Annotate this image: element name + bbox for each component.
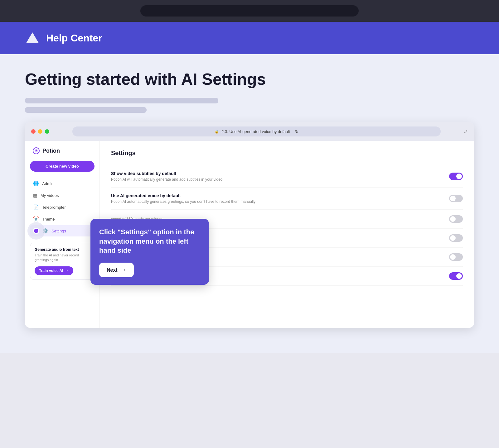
next-button[interactable]: Next → bbox=[99, 263, 134, 277]
setting-info-ai-voice: Use AI generated voice by default Potion… bbox=[111, 193, 255, 204]
setting-desc-ai-voice: Potion AI automatically generates greeti… bbox=[111, 199, 255, 204]
train-voice-ai-button[interactable]: Train voice AI → bbox=[35, 266, 73, 275]
svg-marker-0 bbox=[26, 32, 39, 43]
setting-desc-subtitles: Potion AI will automatically generate an… bbox=[111, 177, 223, 182]
sidebar-generate-audio-card: Generate audio from text Train the AI an… bbox=[30, 243, 94, 280]
main-content: Getting started with AI Settings 🔒 2.3. … bbox=[0, 54, 499, 353]
lock-icon: 🔒 bbox=[215, 130, 219, 134]
browser-chrome: 🔒 2.3. Use AI generated voice by default… bbox=[25, 122, 474, 141]
tooltip-popup: Click "Settings" option in the navigatio… bbox=[90, 219, 209, 285]
sidebar-item-teleprompter[interactable]: 📄 Teleprompter bbox=[30, 202, 94, 213]
skeleton-bar-medium bbox=[25, 107, 147, 113]
toggle-subtitles[interactable] bbox=[449, 173, 463, 180]
my-videos-icon: ▦ bbox=[33, 193, 37, 198]
toggle-knob-ai-voice bbox=[450, 196, 456, 201]
toggle-knob-countdown bbox=[456, 273, 462, 279]
toggle-distance[interactable] bbox=[449, 234, 463, 242]
toggle-speed[interactable] bbox=[449, 215, 463, 223]
spotlight-circle bbox=[27, 222, 45, 240]
toggle-knob-extra bbox=[450, 254, 456, 260]
sidebar-logo: Potion bbox=[30, 147, 94, 155]
setting-label-subtitles: Show video subtitles by default bbox=[111, 171, 223, 176]
sidebar-item-my-videos-label: My videos bbox=[41, 193, 59, 198]
sidebar-logo-text: Potion bbox=[42, 148, 60, 154]
teleprompter-icon: 📄 bbox=[33, 204, 39, 210]
toggle-extra[interactable] bbox=[449, 253, 463, 261]
sidebar: Potion Create new video 🌐 Admin ▦ My vid… bbox=[25, 141, 100, 328]
admin-icon: 🌐 bbox=[33, 181, 39, 186]
toggle-knob-subtitles bbox=[456, 174, 462, 179]
skeleton-bar-long bbox=[25, 98, 218, 103]
sidebar-item-theme-label: Theme bbox=[42, 217, 55, 222]
traffic-light-red[interactable] bbox=[31, 129, 36, 134]
toggle-countdown[interactable] bbox=[449, 272, 463, 280]
sidebar-card-desc: Train the AI and never record greetings … bbox=[35, 253, 90, 263]
browser-url-bar: 🔒 2.3. Use AI generated voice by default… bbox=[72, 126, 441, 136]
sidebar-item-admin-label: Admin bbox=[42, 181, 54, 186]
sidebar-item-settings-label: Settings bbox=[51, 229, 66, 233]
setting-label-ai-voice: Use AI generated voice by default bbox=[111, 193, 255, 198]
page-title: Getting started with AI Settings bbox=[25, 70, 474, 88]
browser-address-bar bbox=[140, 5, 359, 17]
create-new-video-button[interactable]: Create new video bbox=[30, 161, 94, 172]
setting-row-ai-voice: Use AI generated voice by default Potion… bbox=[111, 188, 463, 210]
traffic-light-green[interactable] bbox=[45, 129, 49, 134]
next-arrow-icon: → bbox=[121, 267, 126, 273]
sidebar-item-admin[interactable]: 🌐 Admin bbox=[30, 178, 94, 189]
tooltip-text: Click "Settings" option in the navigatio… bbox=[99, 227, 200, 255]
help-center-title: Help Center bbox=[46, 32, 102, 44]
toggle-knob-speed bbox=[450, 216, 456, 222]
next-label: Next bbox=[107, 267, 118, 273]
refresh-icon[interactable]: ↻ bbox=[295, 129, 298, 134]
browser-bar bbox=[0, 0, 499, 22]
theme-icon: ✂️ bbox=[33, 216, 39, 222]
setting-info-subtitles: Show video subtitles by default Potion A… bbox=[111, 171, 223, 182]
setting-row-subtitles: Show video subtitles by default Potion A… bbox=[111, 165, 463, 188]
help-logo-icon bbox=[25, 31, 40, 45]
expand-icon[interactable]: ⤢ bbox=[464, 129, 468, 135]
url-bar-text: 2.3. Use AI generated voice by default bbox=[221, 129, 290, 134]
help-header: Help Center bbox=[0, 22, 499, 54]
sidebar-item-settings[interactable]: ⚙️ Settings bbox=[30, 225, 94, 236]
train-btn-label: Train voice AI bbox=[39, 269, 63, 273]
toggle-knob-distance bbox=[450, 235, 456, 241]
train-btn-arrow: → bbox=[65, 269, 69, 273]
toggle-ai-voice[interactable] bbox=[449, 195, 463, 202]
traffic-light-yellow[interactable] bbox=[38, 129, 42, 134]
sidebar-item-my-videos[interactable]: ▦ My videos bbox=[30, 190, 94, 201]
spotlight-dot bbox=[33, 228, 39, 234]
settings-panel-title: Settings bbox=[111, 150, 463, 157]
browser-window: 🔒 2.3. Use AI generated voice by default… bbox=[25, 122, 474, 328]
sidebar-item-teleprompter-label: Teleprompter bbox=[42, 205, 66, 210]
sidebar-card-title: Generate audio from text bbox=[35, 247, 90, 252]
traffic-lights bbox=[31, 129, 49, 134]
sidebar-logo-icon bbox=[32, 147, 40, 155]
